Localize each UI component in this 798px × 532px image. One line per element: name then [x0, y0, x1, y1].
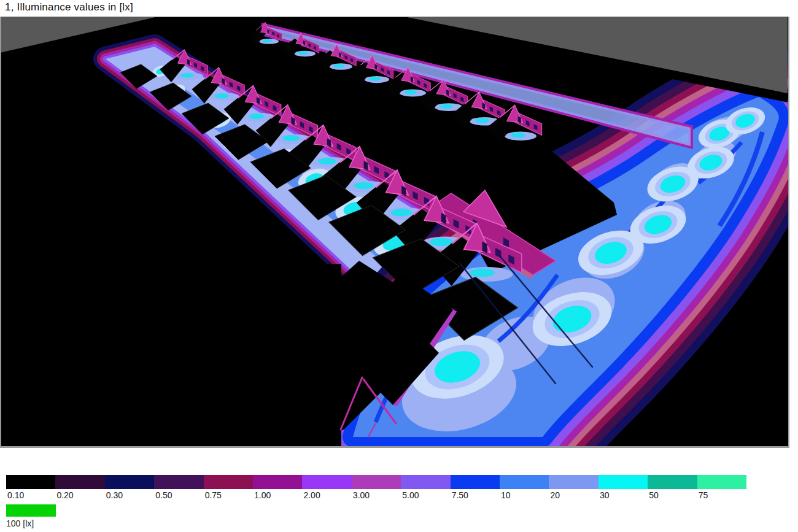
render-border-right: [788, 17, 789, 448]
legend-cell: [105, 475, 154, 489]
render-border-left: [0, 17, 1, 448]
legend-cell: [451, 475, 500, 489]
legend-cell: [253, 475, 302, 489]
legend-cell: [697, 475, 746, 489]
legend-value: 0.75: [204, 490, 253, 503]
page-title: 1, Illuminance values in [lx]: [5, 1, 133, 13]
legend-cell: [401, 475, 450, 489]
legend-cell: [302, 475, 351, 489]
false-color-rendering: [0, 17, 789, 448]
legend-value: 0.50: [154, 490, 203, 503]
legend-value: 10: [500, 490, 549, 503]
legend-cell: [204, 475, 253, 489]
legend-100lx-label: 100 [lx]: [6, 519, 56, 528]
legend-value: 5.00: [401, 490, 450, 503]
legend-special: 100 [lx]: [6, 504, 56, 528]
legend-value: 7.50: [451, 490, 500, 503]
render-border-top: [0, 17, 789, 17]
legend-colorbar: [6, 475, 746, 489]
legend-cell: [648, 475, 697, 489]
legend-cell: [154, 475, 203, 489]
legend-value: 30: [598, 490, 648, 503]
legend-value: 0.30: [105, 490, 154, 503]
legend-value: 50: [648, 490, 697, 503]
legend-value: 0.20: [55, 490, 104, 503]
legend-value: 2.00: [302, 490, 351, 503]
render-border-bottom: [0, 446, 789, 448]
scene-3d-view: [0, 17, 789, 448]
dialux-output-page: 1, Illuminance values in [lx]: [0, 0, 798, 532]
legend-100lx-swatch: [6, 504, 56, 517]
legend-cell: [352, 475, 401, 489]
legend-cell: [549, 475, 598, 489]
legend-cell: [55, 475, 104, 489]
legend-values: 0.100.200.300.500.751.002.003.005.007.50…: [6, 490, 746, 503]
legend-value: 75: [697, 490, 746, 503]
legend-cell: [6, 475, 55, 489]
legend-value: 20: [549, 490, 598, 503]
false-color-legend: 0.100.200.300.500.751.002.003.005.007.50…: [6, 475, 746, 503]
legend-cell: [598, 475, 648, 489]
legend-value: 1.00: [253, 490, 302, 503]
legend-value: 0.10: [6, 490, 55, 503]
legend-cell: [500, 475, 549, 489]
legend-value: 3.00: [352, 490, 401, 503]
